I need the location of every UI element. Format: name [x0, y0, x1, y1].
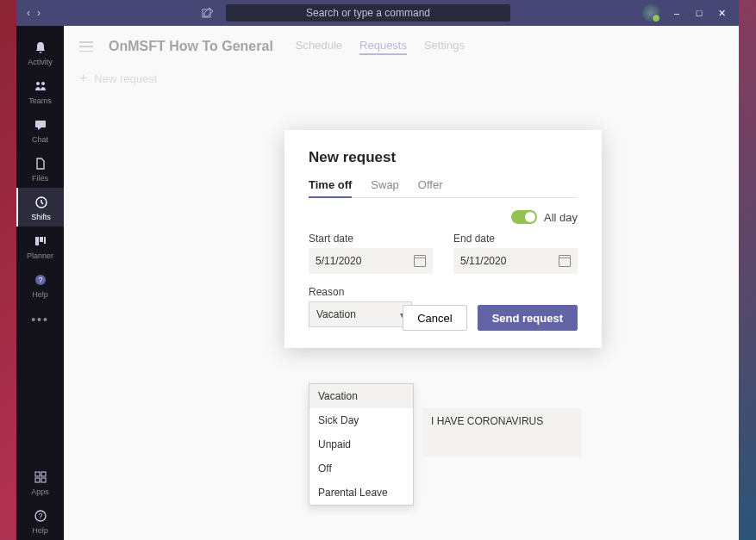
- back-button[interactable]: ‹: [27, 7, 30, 19]
- svg-rect-13: [41, 478, 46, 482]
- close-button[interactable]: ✕: [716, 8, 727, 18]
- calendar-icon: [414, 255, 426, 267]
- svg-rect-11: [41, 472, 46, 476]
- rail-more[interactable]: •••: [31, 304, 49, 335]
- reason-value: Vacation: [316, 308, 356, 320]
- chat-icon: [33, 117, 48, 133]
- reason-select[interactable]: Vacation ▾: [309, 301, 412, 327]
- minimize-button[interactable]: –: [672, 8, 682, 18]
- files-icon: [33, 156, 48, 171]
- window-controls: – □ ✕: [642, 4, 739, 22]
- all-day-label: All day: [544, 211, 578, 224]
- start-date-value: 5/11/2020: [316, 255, 361, 267]
- help-circle-icon: ?: [33, 508, 48, 524]
- planner-icon: [33, 233, 48, 249]
- search-input[interactable]: Search or type a command: [226, 4, 510, 22]
- rail-apps[interactable]: Apps: [16, 462, 64, 501]
- nav-arrows: ‹ ›: [16, 7, 51, 19]
- reason-option-parental[interactable]: Parental Leave: [309, 481, 413, 505]
- rail-planner[interactable]: Planner: [16, 227, 64, 265]
- title-bar: ‹ › Search or type a command – □ ✕: [16, 0, 739, 26]
- help-icon: ?: [33, 272, 48, 288]
- end-date-input[interactable]: 5/11/2020: [453, 248, 578, 274]
- svg-rect-12: [35, 478, 40, 482]
- rail-label: Activity: [28, 58, 53, 66]
- left-rail: Activity Teams Chat Files Shifts Planner: [16, 26, 64, 540]
- modal-tab-timeoff[interactable]: Time off: [309, 178, 352, 198]
- svg-rect-10: [35, 472, 40, 476]
- rail-label: Chat: [32, 135, 48, 144]
- svg-point-1: [36, 82, 40, 85]
- rail-help[interactable]: ? Help: [16, 265, 64, 304]
- forward-button[interactable]: ›: [37, 7, 41, 19]
- reason-dropdown: Vacation Sick Day Unpaid Off Parental Le…: [309, 383, 414, 506]
- modal-title: New request: [309, 149, 578, 166]
- svg-rect-7: [44, 237, 46, 244]
- rail-chat[interactable]: Chat: [16, 110, 64, 149]
- app-body: Activity Teams Chat Files Shifts Planner: [16, 26, 739, 540]
- avatar[interactable]: [642, 4, 659, 22]
- rail-label: Apps: [31, 487, 49, 496]
- cancel-button[interactable]: Cancel: [403, 305, 466, 331]
- rail-label: Help: [32, 290, 48, 299]
- new-request-modal: New request Time off Swap Offer All day …: [284, 130, 602, 348]
- reason-label: Reason: [309, 286, 578, 298]
- start-date-field: Start date 5/11/2020: [309, 233, 433, 274]
- all-day-toggle[interactable]: [511, 210, 537, 224]
- svg-rect-3: [35, 121, 46, 127]
- svg-rect-6: [40, 237, 43, 242]
- shifts-icon: [34, 195, 49, 210]
- start-date-input[interactable]: 5/11/2020: [309, 248, 433, 274]
- svg-text:?: ?: [38, 276, 42, 284]
- reason-option-unpaid[interactable]: Unpaid: [309, 432, 413, 456]
- svg-rect-5: [35, 237, 39, 245]
- rail-label: Files: [32, 174, 48, 183]
- all-day-row: All day: [309, 210, 578, 224]
- reason-option-off[interactable]: Off: [309, 456, 413, 481]
- apps-icon: [33, 469, 48, 485]
- calendar-icon: [559, 255, 571, 267]
- main-area: OnMSFT How To General Schedule Requests …: [64, 26, 739, 540]
- note-textarea[interactable]: I HAVE CORONAVIRUS: [422, 408, 581, 456]
- rail-label: Planner: [27, 251, 53, 260]
- reason-option-sickday[interactable]: Sick Day: [309, 408, 413, 432]
- end-date-value: 5/11/2020: [460, 255, 506, 267]
- rail-label: Teams: [28, 96, 52, 105]
- rail-shifts[interactable]: Shifts: [16, 188, 64, 227]
- modal-tabs: Time off Swap Offer: [309, 178, 578, 198]
- reason-option-vacation[interactable]: Vacation: [309, 384, 413, 408]
- app-window: ‹ › Search or type a command – □ ✕ Activ…: [16, 0, 739, 540]
- modal-tab-swap[interactable]: Swap: [371, 178, 399, 197]
- svg-point-2: [41, 82, 45, 85]
- maximize-button[interactable]: □: [694, 8, 704, 18]
- start-date-label: Start date: [309, 233, 433, 245]
- svg-text:?: ?: [38, 512, 42, 520]
- rail-teams[interactable]: Teams: [16, 71, 64, 110]
- send-request-button[interactable]: Send request: [478, 305, 578, 331]
- end-date-label: End date: [453, 233, 578, 245]
- end-date-field: End date 5/11/2020: [453, 233, 578, 274]
- rail-activity[interactable]: Activity: [16, 33, 64, 71]
- modal-tab-offer[interactable]: Offer: [418, 178, 443, 197]
- rail-label: Help: [32, 526, 48, 535]
- modal-footer: Cancel Send request: [403, 305, 578, 331]
- bell-icon: [33, 40, 48, 55]
- rail-label: Shifts: [31, 213, 51, 221]
- compose-icon[interactable]: [202, 7, 214, 19]
- rail-files[interactable]: Files: [16, 149, 64, 188]
- rail-help-bottom[interactable]: ? Help: [16, 501, 64, 540]
- teams-icon: [33, 78, 48, 94]
